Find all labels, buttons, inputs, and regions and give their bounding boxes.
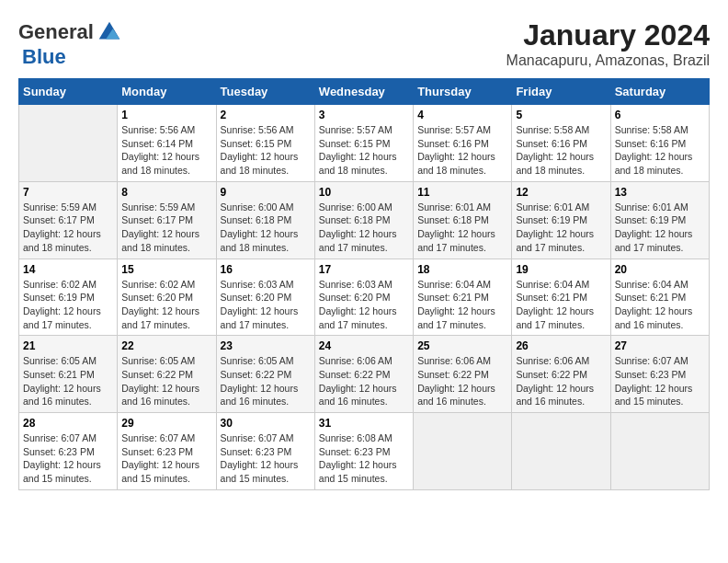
daylight-text: Daylight: 12 hoursand 17 minutes.	[615, 227, 705, 254]
day-info: Sunrise: 6:05 AMSunset: 6:21 PMDaylight:…	[23, 354, 113, 408]
day-cell: 14Sunrise: 6:02 AMSunset: 6:19 PMDayligh…	[19, 259, 118, 336]
sunset-text: Sunset: 6:21 PM	[615, 291, 705, 304]
daylight-text: Daylight: 12 hoursand 16 minutes.	[615, 304, 705, 331]
day-cell: 19Sunrise: 6:04 AMSunset: 6:21 PMDayligh…	[512, 259, 610, 336]
column-header-thursday: Thursday	[414, 79, 512, 105]
sunrise-text: Sunrise: 6:05 AM	[221, 354, 311, 368]
sunset-text: Sunset: 6:21 PM	[23, 368, 113, 382]
sunrise-text: Sunrise: 6:00 AM	[319, 201, 409, 214]
day-number: 3	[319, 109, 409, 121]
day-number: 20	[615, 263, 705, 276]
day-number: 6	[615, 109, 705, 121]
daylight-text: Daylight: 12 hoursand 17 minutes.	[516, 304, 606, 331]
sunrise-text: Sunrise: 5:56 AM	[121, 123, 211, 137]
day-cell: 4Sunrise: 5:57 AMSunset: 6:16 PMDaylight…	[414, 105, 512, 182]
daylight-text: Daylight: 12 hoursand 15 minutes.	[221, 458, 311, 485]
daylight-text: Daylight: 12 hoursand 18 minutes.	[23, 227, 113, 254]
day-cell	[512, 413, 610, 490]
day-info: Sunrise: 6:05 AMSunset: 6:22 PMDaylight:…	[221, 354, 311, 408]
daylight-text: Daylight: 12 hoursand 16 minutes.	[516, 382, 606, 408]
sunrise-text: Sunrise: 6:07 AM	[221, 431, 311, 445]
day-cell: 22Sunrise: 6:05 AMSunset: 6:22 PMDayligh…	[118, 336, 216, 413]
sunrise-text: Sunrise: 5:58 AM	[516, 123, 606, 137]
sunset-text: Sunset: 6:20 PM	[221, 291, 311, 304]
day-number: 17	[319, 263, 409, 276]
daylight-text: Daylight: 12 hoursand 18 minutes.	[121, 227, 211, 254]
day-info: Sunrise: 6:06 AMSunset: 6:22 PMDaylight:…	[319, 354, 409, 408]
sunset-text: Sunset: 6:22 PM	[417, 368, 507, 382]
day-info: Sunrise: 6:02 AMSunset: 6:20 PMDaylight:…	[121, 278, 211, 332]
day-cell: 24Sunrise: 6:06 AMSunset: 6:22 PMDayligh…	[314, 336, 413, 413]
day-number: 29	[121, 417, 211, 430]
daylight-text: Daylight: 12 hoursand 16 minutes.	[23, 382, 113, 408]
daylight-text: Daylight: 12 hoursand 16 minutes.	[319, 382, 409, 408]
day-cell: 25Sunrise: 6:06 AMSunset: 6:22 PMDayligh…	[414, 336, 512, 413]
daylight-text: Daylight: 12 hoursand 17 minutes.	[121, 304, 211, 331]
day-cell: 12Sunrise: 6:01 AMSunset: 6:19 PMDayligh…	[512, 181, 610, 259]
day-number: 22	[121, 339, 211, 352]
sunrise-text: Sunrise: 5:59 AM	[23, 201, 113, 214]
daylight-text: Daylight: 12 hoursand 17 minutes.	[319, 227, 409, 254]
day-info: Sunrise: 6:04 AMSunset: 6:21 PMDaylight:…	[417, 278, 507, 332]
sunset-text: Sunset: 6:19 PM	[516, 213, 606, 227]
sunrise-text: Sunrise: 6:04 AM	[516, 278, 606, 292]
day-number: 10	[319, 186, 409, 199]
sunrise-text: Sunrise: 5:56 AM	[221, 123, 311, 137]
day-number: 21	[23, 339, 113, 352]
day-number: 25	[417, 339, 507, 352]
day-info: Sunrise: 6:00 AMSunset: 6:18 PMDaylight:…	[319, 201, 409, 255]
day-info: Sunrise: 5:58 AMSunset: 6:16 PMDaylight:…	[615, 123, 705, 178]
sunset-text: Sunset: 6:23 PM	[615, 368, 705, 382]
day-cell: 13Sunrise: 6:01 AMSunset: 6:19 PMDayligh…	[610, 181, 709, 259]
sunrise-text: Sunrise: 6:06 AM	[516, 354, 606, 368]
day-cell: 2Sunrise: 5:56 AMSunset: 6:15 PMDaylight…	[216, 105, 314, 182]
day-info: Sunrise: 5:59 AMSunset: 6:17 PMDaylight:…	[121, 201, 211, 255]
day-cell: 20Sunrise: 6:04 AMSunset: 6:21 PMDayligh…	[610, 259, 709, 336]
day-cell: 27Sunrise: 6:07 AMSunset: 6:23 PMDayligh…	[610, 336, 709, 413]
day-number: 13	[615, 186, 705, 199]
day-number: 23	[221, 339, 311, 352]
sunrise-text: Sunrise: 6:05 AM	[23, 354, 113, 368]
day-cell: 9Sunrise: 6:00 AMSunset: 6:18 PMDaylight…	[216, 181, 314, 259]
sunset-text: Sunset: 6:20 PM	[319, 291, 409, 304]
day-number: 27	[615, 339, 705, 352]
sunset-text: Sunset: 6:18 PM	[221, 213, 311, 227]
column-header-friday: Friday	[512, 79, 610, 105]
day-cell: 31Sunrise: 6:08 AMSunset: 6:23 PMDayligh…	[314, 413, 413, 490]
day-cell: 26Sunrise: 6:06 AMSunset: 6:22 PMDayligh…	[512, 336, 610, 413]
sunrise-text: Sunrise: 6:03 AM	[319, 278, 409, 292]
day-cell: 6Sunrise: 5:58 AMSunset: 6:16 PMDaylight…	[610, 105, 709, 182]
sunset-text: Sunset: 6:22 PM	[221, 368, 311, 382]
sunset-text: Sunset: 6:22 PM	[516, 368, 606, 382]
day-cell: 1Sunrise: 5:56 AMSunset: 6:14 PMDaylight…	[118, 105, 216, 182]
day-info: Sunrise: 5:59 AMSunset: 6:17 PMDaylight:…	[23, 201, 113, 255]
calendar-table: SundayMondayTuesdayWednesdayThursdayFrid…	[18, 78, 710, 490]
sunset-text: Sunset: 6:23 PM	[121, 445, 211, 459]
sunset-text: Sunset: 6:18 PM	[417, 213, 507, 227]
day-info: Sunrise: 6:07 AMSunset: 6:23 PMDaylight:…	[221, 431, 311, 486]
sunset-text: Sunset: 6:15 PM	[319, 137, 409, 151]
calendar-header-row: SundayMondayTuesdayWednesdayThursdayFrid…	[19, 79, 710, 105]
day-info: Sunrise: 5:57 AMSunset: 6:15 PMDaylight:…	[319, 123, 409, 178]
daylight-text: Daylight: 12 hoursand 18 minutes.	[121, 150, 211, 177]
day-number: 16	[221, 263, 311, 276]
day-cell: 29Sunrise: 6:07 AMSunset: 6:23 PMDayligh…	[118, 413, 216, 490]
week-row-3: 14Sunrise: 6:02 AMSunset: 6:19 PMDayligh…	[19, 259, 710, 336]
day-info: Sunrise: 5:56 AMSunset: 6:14 PMDaylight:…	[121, 123, 211, 178]
week-row-2: 7Sunrise: 5:59 AMSunset: 6:17 PMDaylight…	[19, 181, 710, 259]
day-cell	[19, 105, 118, 182]
sunset-text: Sunset: 6:19 PM	[23, 291, 113, 304]
sunset-text: Sunset: 6:15 PM	[221, 137, 311, 151]
sunrise-text: Sunrise: 6:01 AM	[417, 201, 507, 214]
sunrise-text: Sunrise: 6:07 AM	[615, 354, 705, 368]
daylight-text: Daylight: 12 hoursand 17 minutes.	[417, 304, 507, 331]
sunset-text: Sunset: 6:23 PM	[23, 445, 113, 459]
day-cell	[414, 413, 512, 490]
sunrise-text: Sunrise: 6:02 AM	[23, 278, 113, 292]
daylight-text: Daylight: 12 hoursand 15 minutes.	[319, 458, 409, 485]
day-cell: 5Sunrise: 5:58 AMSunset: 6:16 PMDaylight…	[512, 105, 610, 182]
logo-text-blue: Blue	[22, 46, 123, 68]
day-info: Sunrise: 6:01 AMSunset: 6:18 PMDaylight:…	[417, 201, 507, 255]
column-header-monday: Monday	[118, 79, 216, 105]
daylight-text: Daylight: 12 hoursand 18 minutes.	[319, 150, 409, 177]
